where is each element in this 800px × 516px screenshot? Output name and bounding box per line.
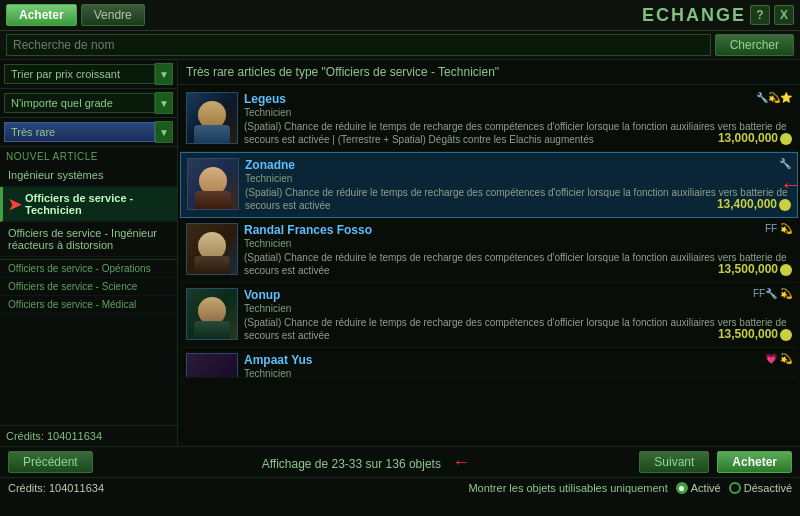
item-price: 13,000,000 <box>718 131 792 145</box>
currency-icon-3 <box>780 264 792 276</box>
bottom-bar: Précédent Affichage de 23-33 sur 136 obj… <box>0 446 800 504</box>
item-row-5[interactable]: Ampaat Yus Technicien 💗 💫 <box>180 348 798 378</box>
item-icons-2: 🔧 <box>779 158 791 169</box>
item-desc-2: (Spatial) Chance de réduire le temps de … <box>245 186 791 212</box>
item-price-3: 13,500,000 <box>718 262 792 276</box>
item-price-2: 13,400,000 <box>717 197 791 211</box>
item-avatar <box>187 158 239 210</box>
item-desc: (Spatial) Chance de réduire le temps de … <box>244 120 792 146</box>
avatar-body-2 <box>195 191 231 209</box>
avatar-placeholder-2 <box>188 159 238 209</box>
rarity-filter-arrow[interactable]: ▼ <box>155 121 173 143</box>
search-bar: Chercher <box>0 31 800 60</box>
sidebar-section-title: Nouvel article <box>0 147 177 164</box>
red-arrow-annotation: ← <box>452 452 470 472</box>
item-icons-3: FF 💫 <box>765 223 792 234</box>
sidebar-item-label: Ingénieur systèmes <box>8 169 103 181</box>
item-avatar-4 <box>186 288 238 340</box>
selection-arrow: ← <box>780 172 800 198</box>
currency-icon <box>780 133 792 145</box>
currency-icon-4 <box>780 329 792 341</box>
bottom-nav-row: Précédent Affichage de 23-33 sur 136 obj… <box>0 447 800 478</box>
radio-active[interactable]: Activé <box>676 482 721 494</box>
radio-group: Activé Désactivé <box>676 482 792 494</box>
item-avatar-3 <box>186 223 238 275</box>
item-type: Technicien <box>244 107 792 118</box>
sidebar-item-label: Officiers de service - Ingénieur réacteu… <box>8 227 157 251</box>
item-content-5: Ampaat Yus Technicien <box>244 353 792 378</box>
search-input[interactable] <box>6 34 711 56</box>
item-icons-4: FF🔧 💫 <box>753 288 792 299</box>
radio-dot-active <box>676 482 688 494</box>
item-avatar-5 <box>186 353 238 378</box>
item-desc-3: (Spatial) Chance de réduire le temps de … <box>244 251 792 277</box>
item-type-2: Technicien <box>245 173 791 184</box>
item-icons-5: 💗 💫 <box>765 353 792 364</box>
item-name-2: Zonadne <box>245 158 791 172</box>
buy-tab-button[interactable]: Acheter <box>6 4 77 26</box>
close-button[interactable]: X <box>774 5 794 25</box>
search-button[interactable]: Chercher <box>715 34 794 56</box>
echange-title: ECHANGE <box>642 5 746 26</box>
radio-dot-inactive <box>729 482 741 494</box>
top-bar: Acheter Vendre ECHANGE ? X <box>0 0 800 31</box>
item-content-2: Zonadne Technicien (Spatial) Chance de r… <box>245 158 791 212</box>
sidebar-item-officiers-technicien[interactable]: ➤ Officiers de service - Technicien <box>0 187 177 222</box>
content-area: Très rare articles de type "Officiers de… <box>178 60 800 446</box>
item-row-selected[interactable]: Zonadne Technicien (Spatial) Chance de r… <box>180 152 798 218</box>
avatar-body <box>194 125 230 143</box>
sidebar-sub-item-medical[interactable]: Officiers de service - Médical <box>0 296 177 314</box>
bottom-options-row: Crédits: 104011634 Montrer les objets ut… <box>0 478 800 498</box>
grade-filter[interactable]: N'importe quel grade <box>4 93 155 113</box>
item-row-4[interactable]: Vonup Technicien (Spatial) Chance de réd… <box>180 283 798 348</box>
sidebar-credits-display: Crédits: 104011634 <box>8 482 460 494</box>
item-row-3[interactable]: Randal Frances Fosso Technicien (Spatial… <box>180 218 798 283</box>
grade-filter-row: N'importe quel grade ▼ <box>0 89 177 118</box>
avatar-placeholder-5 <box>187 354 237 378</box>
rarity-filter-row: Très rare ▼ <box>0 118 177 147</box>
grade-filter-arrow[interactable]: ▼ <box>155 92 173 114</box>
item-content-4: Vonup Technicien (Spatial) Chance de réd… <box>244 288 792 342</box>
item-type-3: Technicien <box>244 238 792 249</box>
arrow-indicator: ➤ <box>8 195 21 214</box>
item-type-4: Technicien <box>244 303 792 314</box>
item-row[interactable]: Legeus Technicien (Spatial) Chance de ré… <box>180 87 798 152</box>
item-desc-4: (Spatial) Chance de réduire le temps de … <box>244 316 792 342</box>
usable-label: Montrer les objets utilisables uniquemen… <box>468 482 667 494</box>
buy-button[interactable]: Acheter <box>717 451 792 473</box>
item-name-5: Ampaat Yus <box>244 353 792 367</box>
avatar-placeholder-3 <box>187 224 237 274</box>
main-layout: Trier par prix croissant ▼ N'importe que… <box>0 60 800 446</box>
item-avatar <box>186 92 238 144</box>
help-button[interactable]: ? <box>750 5 770 25</box>
prev-button[interactable]: Précédent <box>8 451 93 473</box>
page-info: Affichage de 23-33 sur 136 objets ← <box>93 452 640 473</box>
sidebar-sub-item-science[interactable]: Officiers de service - Science <box>0 278 177 296</box>
sidebar-item-label: Officiers de service - Technicien <box>25 192 169 216</box>
avatar-placeholder-4 <box>187 289 237 339</box>
avatar-body-3 <box>194 256 230 274</box>
sidebar-sub-items: Officiers de service - Opérations Offici… <box>0 259 177 314</box>
avatar-placeholder <box>187 93 237 143</box>
price-filter-arrow[interactable]: ▼ <box>155 63 173 85</box>
sidebar-credits: Crédits: 104011634 <box>0 425 177 446</box>
sidebar-item-ingenieur[interactable]: Ingénieur systèmes <box>0 164 177 187</box>
item-list: Legeus Technicien (Spatial) Chance de ré… <box>178 85 800 446</box>
item-type-5: Technicien <box>244 368 792 378</box>
sidebar: Trier par prix croissant ▼ N'importe que… <box>0 60 178 446</box>
avatar-body-4 <box>194 321 230 339</box>
radio-inactive[interactable]: Désactivé <box>729 482 792 494</box>
price-filter[interactable]: Trier par prix croissant <box>4 64 155 84</box>
currency-icon-2 <box>779 199 791 211</box>
next-button[interactable]: Suivant <box>639 451 709 473</box>
price-filter-row: Trier par prix croissant ▼ <box>0 60 177 89</box>
item-content-3: Randal Frances Fosso Technicien (Spatial… <box>244 223 792 277</box>
sidebar-sub-item-operations[interactable]: Officiers de service - Opérations <box>0 260 177 278</box>
rarity-filter[interactable]: Très rare <box>4 122 155 142</box>
sidebar-item-officiers-ingenieur[interactable]: Officiers de service - Ingénieur réacteu… <box>0 222 177 257</box>
credits-label: Crédits: <box>6 430 44 442</box>
credits-value: 104011634 <box>47 430 102 442</box>
sell-tab-button[interactable]: Vendre <box>81 4 145 26</box>
item-name-4: Vonup <box>244 288 792 302</box>
item-icons: 🔧💫⭐ <box>756 92 792 103</box>
